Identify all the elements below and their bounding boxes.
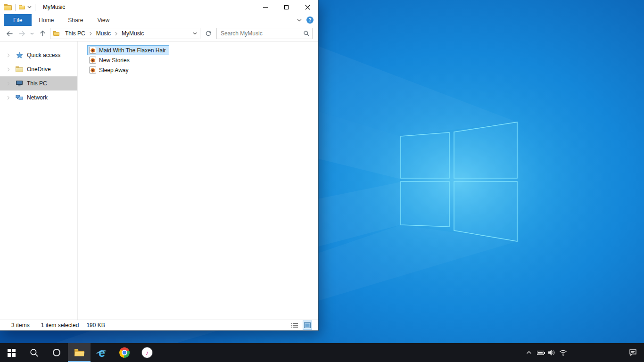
refresh-icon	[205, 30, 212, 37]
sidebar-item-label: OneDrive	[27, 66, 51, 73]
refresh-button[interactable]	[203, 28, 214, 39]
file-list[interactable]: Maid With The Flaxen Hair New Stories Sl…	[78, 41, 318, 320]
close-button[interactable]	[297, 0, 318, 14]
address-bar[interactable]: This PC Music MyMusic	[50, 28, 200, 39]
battery-status-button[interactable]	[535, 343, 546, 362]
expand-chevron-icon[interactable]	[7, 96, 12, 100]
start-button[interactable]	[0, 343, 23, 362]
titlebar-separator	[15, 4, 16, 11]
file-item-sleep-away[interactable]: Sleep Away	[87, 65, 132, 75]
maximize-icon	[284, 5, 289, 9]
file-name: Maid With The Flaxen Hair	[99, 47, 166, 54]
sidebar-item-label: Quick access	[27, 52, 60, 58]
file-explorer-window: MyMusic File Home Share View ?	[0, 0, 318, 330]
file-explorer-icon	[74, 348, 85, 357]
navigation-toolbar: This PC Music MyMusic	[0, 26, 318, 41]
recent-locations-chevron-icon[interactable]	[29, 28, 35, 39]
wifi-icon	[559, 350, 567, 356]
tab-share[interactable]: Share	[61, 14, 90, 26]
status-bar: 3 items 1 item selected 190 KB	[0, 320, 318, 330]
search-icon[interactable]	[301, 30, 312, 37]
ribbon-tab-bar: File Home Share View ?	[0, 14, 318, 26]
window-folder-icon	[4, 4, 12, 10]
large-icons-view-button[interactable]	[303, 321, 312, 329]
sidebar-item-quick-access[interactable]: Quick access	[0, 48, 77, 62]
network-button[interactable]	[557, 343, 569, 362]
windows-logo-wallpaper	[401, 122, 517, 241]
expand-chevron-icon[interactable]	[7, 53, 12, 58]
sidebar-item-label: Network	[27, 94, 48, 101]
details-view-icon	[291, 322, 298, 328]
cortana-button[interactable]	[45, 343, 68, 362]
logo-glow	[298, 57, 619, 306]
breadcrumb-separator-icon[interactable]	[89, 32, 92, 36]
sidebar-item-this-pc[interactable]: This PC	[0, 76, 77, 90]
action-center-button[interactable]	[621, 343, 644, 362]
tab-label: Share	[68, 17, 83, 24]
itunes-icon: ♪	[142, 347, 152, 358]
taskbar-file-explorer-button[interactable]	[68, 343, 91, 362]
expand-ribbon-chevron-icon[interactable]	[297, 19, 302, 22]
taskbar-internet-explorer-button[interactable]: e	[91, 343, 113, 362]
minimize-icon	[263, 7, 268, 8]
close-icon	[305, 5, 310, 10]
battery-icon	[537, 351, 544, 355]
search-input[interactable]	[217, 30, 301, 37]
status-selection: 1 item selected	[41, 322, 79, 329]
breadcrumb-this-pc[interactable]: This PC	[62, 28, 89, 39]
navigation-pane: Quick access OneDrive This PC	[0, 41, 78, 320]
breadcrumb-music[interactable]: Music	[93, 28, 114, 39]
volume-button[interactable]	[546, 343, 557, 362]
network-icon	[15, 94, 24, 101]
quick-access-toolbar-button[interactable]	[19, 5, 25, 9]
windows-start-icon	[8, 349, 16, 357]
onedrive-icon	[15, 66, 24, 72]
up-arrow-icon	[40, 30, 46, 37]
minimize-button[interactable]	[255, 0, 276, 14]
maximize-button[interactable]	[276, 0, 297, 14]
system-tray	[523, 343, 569, 362]
internet-explorer-icon: e	[96, 346, 108, 359]
expand-chevron-icon[interactable]	[7, 82, 12, 86]
breadcrumb-mymusic[interactable]: MyMusic	[118, 28, 147, 39]
search-box[interactable]	[216, 28, 313, 39]
speaker-icon	[548, 349, 555, 356]
breadcrumb-separator-icon[interactable]	[115, 32, 118, 36]
file-item-maid-with-the-flaxen-hair[interactable]: Maid With The Flaxen Hair	[87, 45, 169, 55]
sidebar-item-network[interactable]: Network	[0, 90, 77, 105]
titlebar[interactable]: MyMusic	[0, 0, 318, 14]
taskbar-itunes-button[interactable]: ♪	[136, 343, 158, 362]
customize-quick-access-toolbar-chevron-icon[interactable]	[27, 6, 32, 8]
tab-file[interactable]: File	[4, 14, 32, 26]
taskbar-search-button[interactable]	[23, 343, 45, 362]
taskbar: e ♪	[0, 343, 644, 362]
window-title: MyMusic	[43, 4, 65, 10]
file-name: Sleep Away	[99, 67, 129, 74]
media-file-icon	[89, 57, 96, 64]
up-button[interactable]	[38, 28, 47, 39]
taskbar-chrome-button[interactable]	[113, 343, 136, 362]
back-button[interactable]	[5, 28, 14, 39]
details-view-button[interactable]	[290, 321, 299, 329]
expand-chevron-icon[interactable]	[7, 67, 12, 72]
titlebar-separator	[35, 4, 35, 11]
forward-button[interactable]	[17, 28, 26, 39]
address-folder-icon	[53, 31, 59, 36]
status-selection-size: 190 KB	[86, 322, 105, 329]
tab-view[interactable]: View	[90, 14, 116, 26]
this-pc-icon	[15, 80, 24, 87]
tab-label: View	[97, 17, 109, 24]
help-button[interactable]: ?	[306, 16, 314, 24]
forward-arrow-icon	[18, 31, 25, 37]
address-dropdown-chevron-icon[interactable]	[190, 28, 199, 39]
sidebar-item-onedrive[interactable]: OneDrive	[0, 62, 77, 76]
large-icons-view-icon	[304, 322, 311, 328]
cortana-icon	[53, 349, 60, 356]
file-item-new-stories[interactable]: New Stories	[87, 55, 133, 65]
tab-home[interactable]: Home	[32, 14, 61, 26]
file-name: New Stories	[99, 57, 130, 64]
back-arrow-icon	[6, 31, 13, 37]
media-file-icon	[89, 47, 96, 54]
media-file-icon	[89, 66, 96, 74]
hidden-icons-button[interactable]	[523, 343, 535, 362]
